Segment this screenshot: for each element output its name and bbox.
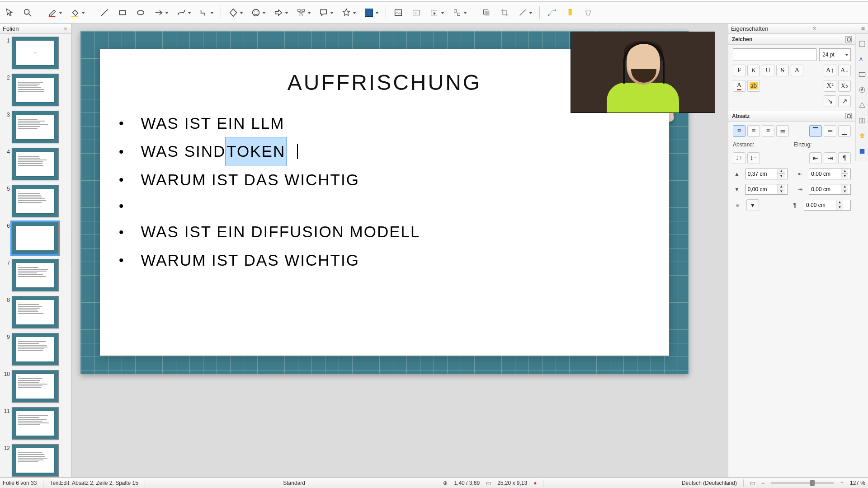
slide-thumb-3[interactable]: 3── [1, 111, 71, 143]
master-slides-tab-icon[interactable] [858, 147, 867, 156]
flowchart-tool[interactable] [293, 5, 313, 20]
slide-thumb-7[interactable]: 7── [1, 259, 71, 291]
slide-thumb-1[interactable]: 1■■■ [1, 37, 71, 69]
slide-thumb-4[interactable]: 4── [1, 148, 71, 180]
slide-thumb-9[interactable]: 9── [1, 333, 71, 366]
zoom-tool[interactable] [20, 5, 35, 20]
character-section-header[interactable]: Zeichen ▢ [728, 34, 855, 45]
shrink-font-button[interactable]: A↓ [838, 65, 851, 76]
slide-thumb-10[interactable]: 10── [1, 370, 71, 403]
zoom-out-button[interactable]: − [761, 480, 764, 486]
slide-transition-tab-icon[interactable] [858, 116, 867, 125]
menu-icon[interactable]: ≡ [860, 25, 865, 32]
subscript-button[interactable]: X₂ [838, 80, 851, 92]
font-size-input[interactable]: 24 pt [819, 48, 851, 61]
slide-thumb-12[interactable]: 12── [1, 444, 71, 477]
status-zoom[interactable]: 127 % [850, 480, 865, 486]
insert-object-tool[interactable] [449, 5, 469, 20]
paragraph-section-header[interactable]: Absatz ▢ [728, 111, 855, 122]
highlight-button[interactable]: ab [747, 80, 760, 92]
valign-bottom-button[interactable]: ▁ [838, 125, 851, 137]
zoom-slider[interactable] [771, 482, 834, 484]
slide-thumb-6[interactable]: 6 [1, 222, 71, 254]
select-tool[interactable] [2, 5, 17, 20]
points-tool[interactable] [544, 5, 560, 20]
grow-font-button[interactable]: A↑ [824, 65, 836, 76]
align-left-button[interactable]: ≡ [733, 125, 745, 137]
slide-thumb-2[interactable]: 2── [1, 74, 71, 106]
font-color-button[interactable]: A [733, 80, 745, 92]
slide-bullet[interactable]: WARUM IST DAS WICHTIG [116, 166, 653, 194]
crop-tool[interactable] [497, 5, 512, 20]
expand-icon[interactable]: ▢ [845, 113, 852, 119]
space-below-input[interactable]: ▲▼ [745, 184, 788, 195]
ellipse-tool[interactable] [133, 5, 148, 20]
animation-tab-icon[interactable] [858, 131, 867, 141]
indent-right-input[interactable]: ▲▼ [809, 184, 851, 195]
expand-icon[interactable]: ▢ [845, 36, 852, 42]
line-tool[interactable] [97, 5, 112, 20]
zoom-in-button[interactable]: + [840, 480, 844, 486]
slide-bullet[interactable]: WAS IST EIN LLM [116, 109, 653, 137]
star-tool[interactable] [339, 5, 359, 20]
fit-page-icon[interactable]: ▭ [750, 480, 755, 486]
line-spacing-button[interactable]: ▾ [746, 199, 759, 211]
insert-textbox-tool[interactable]: T [409, 5, 424, 20]
valign-middle-button[interactable]: ━ [824, 125, 836, 137]
indent-left-input[interactable]: ▲▼ [809, 169, 851, 179]
arrow-tool[interactable] [151, 5, 171, 20]
increase-kerning-button[interactable]: ↗ [838, 95, 851, 107]
close-icon[interactable]: × [63, 25, 68, 33]
shadow-text-button[interactable]: A [791, 65, 803, 76]
connector-tool[interactable] [196, 5, 216, 20]
slide-bullet[interactable]: WAS SIND TOKEN [116, 137, 653, 165]
superscript-button[interactable]: X² [824, 80, 836, 92]
shadow-tool[interactable] [479, 5, 494, 20]
decrease-kerning-button[interactable]: ↘ [824, 95, 836, 107]
indent-decrease-button[interactable]: ⇤ [809, 152, 822, 164]
align-center-button[interactable]: ≡ [747, 125, 760, 137]
curve-tool[interactable] [174, 5, 193, 20]
first-line-indent-input[interactable]: ▲▼ [804, 200, 851, 211]
insert-media-tool[interactable] [427, 5, 447, 20]
block-arrows-tool[interactable] [271, 5, 291, 20]
gluepoints-tool[interactable] [562, 5, 578, 20]
slide-bullet[interactable]: WARUM IST DAS WICHTIG [116, 246, 653, 274]
gallery-tab-icon[interactable] [858, 70, 867, 79]
font-name-input[interactable] [733, 48, 816, 61]
slide-thumb-11[interactable]: 11── [1, 407, 71, 440]
styles-tab-icon[interactable]: A [858, 55, 867, 64]
align-justify-button[interactable]: ≣ [776, 125, 789, 137]
spacing-decrease-button[interactable]: ↕− [747, 152, 760, 164]
italic-button[interactable]: K [747, 65, 760, 76]
align-right-button[interactable]: ≡ [762, 125, 774, 137]
extrusion-tool[interactable] [580, 5, 596, 20]
slide-thumb-8[interactable]: 8── [1, 296, 71, 328]
insert-image-tool[interactable] [391, 5, 406, 20]
slide-bullet[interactable]: WAS IST EIN DIFFUSION MODELL [116, 218, 653, 246]
slide-bullet[interactable] [116, 194, 653, 218]
strike-button[interactable]: S [776, 65, 789, 76]
slide-body[interactable]: WAS IST EIN LLMWAS SIND TOKENWARUM IST D… [100, 95, 669, 283]
slide-thumbnail-list[interactable]: 1■■■2──3──4──5──67──8──9──10──11──12──13… [0, 34, 71, 477]
slide-thumb-5[interactable]: 5── [1, 185, 71, 217]
properties-tab-icon[interactable] [858, 39, 867, 48]
rect-tool[interactable] [115, 5, 130, 20]
space-above-input[interactable]: ▲▼ [745, 169, 788, 179]
bold-button[interactable]: F [733, 65, 745, 76]
3d-tool[interactable] [361, 5, 381, 20]
indent-increase-button[interactable]: ⇥ [824, 152, 836, 164]
line-color-tool[interactable] [45, 5, 65, 20]
shapes-tab-icon[interactable] [858, 101, 867, 110]
callout-tool[interactable] [316, 5, 336, 20]
close-icon[interactable]: × [811, 25, 817, 32]
basic-shapes-tool[interactable] [226, 5, 245, 20]
fill-color-tool[interactable] [67, 5, 87, 20]
navigator-tab-icon[interactable] [858, 85, 867, 94]
symbol-shapes-tool[interactable] [248, 5, 268, 20]
hanging-indent-button[interactable]: ¶ [838, 152, 851, 164]
valign-top-button[interactable]: ▔ [809, 125, 822, 137]
filter-tool[interactable] [515, 5, 535, 20]
spacing-increase-button[interactable]: ↕+ [733, 152, 745, 164]
underline-button[interactable]: U [762, 65, 774, 76]
